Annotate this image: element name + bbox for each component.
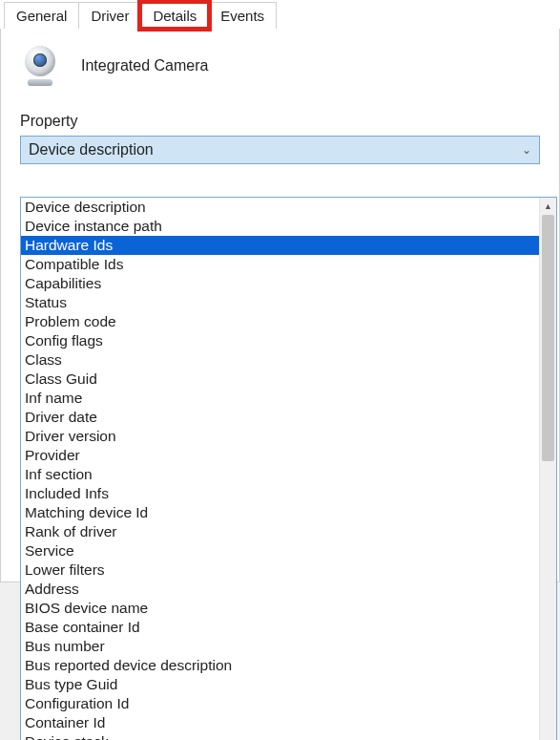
dropdown-option[interactable]: Inf name — [21, 389, 539, 408]
dropdown-option[interactable]: Capabilities — [21, 274, 539, 293]
dropdown-option[interactable]: Rank of driver — [21, 522, 539, 541]
property-select[interactable]: Device description ⌄ — [20, 136, 540, 164]
device-header: Integrated Camera — [20, 46, 540, 86]
dropdown-option[interactable]: Service — [21, 541, 539, 560]
dropdown-option[interactable]: Driver date — [21, 408, 539, 427]
dropdown-option[interactable]: Problem code — [21, 312, 539, 331]
tab-general[interactable]: General — [4, 2, 79, 29]
tab-driver[interactable]: Driver — [78, 2, 141, 29]
chevron-down-icon: ⌄ — [522, 143, 531, 157]
dropdown-option[interactable]: Base container Id — [21, 618, 539, 637]
tab-bar: General Driver Details Events — [0, 0, 560, 29]
dropdown-option[interactable]: Class — [21, 350, 539, 370]
dropdown-option[interactable]: Configuration Id — [21, 694, 539, 713]
dropdown-option[interactable]: Config flags — [21, 331, 539, 350]
dropdown-option[interactable]: Hardware Ids — [21, 236, 539, 255]
dropdown-option[interactable]: Provider — [21, 446, 539, 465]
dropdown-options: Device descriptionDevice instance pathHa… — [21, 198, 539, 740]
dropdown-option[interactable]: Class Guid — [21, 370, 539, 389]
dropdown-option[interactable]: Address — [21, 580, 539, 599]
dropdown-option[interactable]: Lower filters — [21, 560, 539, 580]
dropdown-option[interactable]: Matching device Id — [21, 503, 539, 522]
scroll-track[interactable] — [540, 215, 556, 740]
property-label: Property — [20, 113, 540, 130]
scroll-thumb[interactable] — [542, 215, 554, 461]
dropdown-option[interactable]: Bus type Guid — [21, 675, 539, 694]
dropdown-option[interactable]: Driver version — [21, 427, 539, 446]
dropdown-option[interactable]: Compatible Ids — [21, 255, 539, 274]
dropdown-option[interactable]: Status — [21, 293, 539, 312]
tab-events[interactable]: Events — [208, 2, 277, 29]
dropdown-option[interactable]: Container Id — [21, 713, 539, 732]
dropdown-option[interactable]: Device description — [21, 198, 539, 217]
dropdown-option[interactable]: Device stack — [21, 732, 539, 740]
dropdown-option[interactable]: Device instance path — [21, 217, 539, 236]
property-dropdown: Device descriptionDevice instance pathHa… — [20, 197, 557, 740]
scrollbar[interactable]: ▲ ▼ — [539, 198, 556, 740]
property-select-value: Device description — [29, 141, 154, 159]
camera-icon — [20, 46, 60, 86]
dropdown-option[interactable]: Bus reported device description — [21, 656, 539, 675]
device-name: Integrated Camera — [81, 57, 208, 74]
details-panel: Integrated Camera Property Device descri… — [0, 29, 560, 582]
tab-details[interactable]: Details — [140, 2, 209, 29]
dropdown-option[interactable]: Bus number — [21, 637, 539, 656]
dropdown-option[interactable]: Inf section — [21, 465, 539, 484]
scroll-up-icon[interactable]: ▲ — [540, 198, 556, 215]
dropdown-option[interactable]: Included Infs — [21, 484, 539, 503]
dropdown-option[interactable]: BIOS device name — [21, 599, 539, 618]
